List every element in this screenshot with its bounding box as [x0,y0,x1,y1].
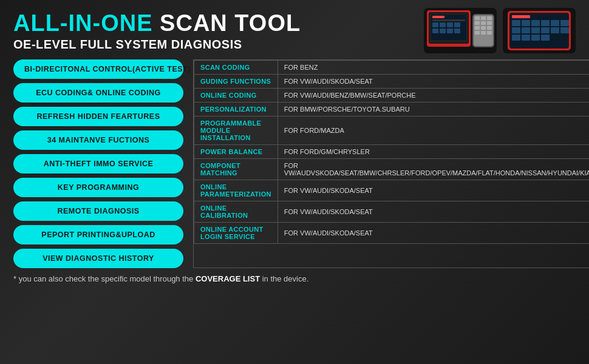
vehicle-compatibility: FOR VW/AUDI/SKODA/SEAT [277,180,589,201]
feature-button[interactable]: ECU CODING& ONLINE CODING [13,83,183,103]
feature-name: ONLINE ACCOUNT LOGIN SERVICE [194,223,278,244]
svg-rect-9 [447,22,453,27]
title-scan-tool: SCAN TOOL [153,10,301,36]
table-row: COMPONET MATCHINGFOR VW/AUDVSKODA/SEAT/B… [194,159,590,180]
device-images [424,8,576,53]
feature-button[interactable]: BI-DIRECITONAL CONTROL(ACTIVE TEST) [13,59,183,79]
svg-rect-48 [531,35,540,41]
svg-rect-41 [522,27,530,33]
table-row: SCAN CODINGFOR BENZ [194,61,590,75]
svg-rect-27 [481,31,486,35]
vehicle-compatibility: FOR VW/AUDI/BENZ/BMW/SEAT/PORCHE [277,89,589,103]
title-block: ALL-IN-ONE SCAN TOOL OE-LEVEL FULL SYSTE… [13,11,301,52]
footer-text: * you can also check the specific model … [13,274,196,283]
feature-table: SCAN CODINGFOR BENZGUDING FUNCTIONSFOR V… [193,59,589,268]
table-row: PROGRAMMABLE MODULE INSTALLATIONFOR FORD… [194,116,590,145]
left-buttons: BI-DIRECITONAL CONTROL(ACTIVE TEST)ECU C… [13,59,183,268]
svg-rect-7 [432,22,438,27]
feature-button[interactable]: KEY PROGRAMMING [13,178,183,197]
svg-rect-39 [560,20,569,26]
subtitle: OE-LEVEL FULL SYSTEM DIAGNOSIS [13,38,301,52]
table-row: GUDING FUNCTIONSFOR VW/AUDI/SKODA/SEAT [194,75,590,89]
vehicle-compatibility: FOR VW/AUDI/SKODA/SEAT [277,201,589,223]
svg-rect-25 [487,26,492,30]
feature-button[interactable]: 34 MAINTANVE FUCTIONS [13,130,183,150]
vehicle-compatibility: FOR VW/AUDVSKODA/SEAT/BMW/CHRSLER/FORD/O… [277,159,589,180]
svg-rect-34 [512,20,520,26]
svg-rect-12 [440,29,446,33]
table-row: ONLINE CALIBRATIONFOR VW/AUDI/SKODA/SEAT [194,201,590,223]
title-allinone: ALL-IN-ONE [13,10,153,36]
svg-rect-5 [432,16,444,18]
svg-rect-14 [454,29,460,33]
svg-rect-38 [551,20,559,26]
vehicle-compatibility: FOR FORD/GM/CHRYSLER [277,145,589,159]
svg-rect-22 [487,21,492,25]
vehicle-compatibility: FOR BENZ [277,61,589,75]
vehicle-compatibility: FOR VW/AUDI/SKODA/SEAT [277,75,589,89]
feature-name: COMPONET MATCHING [194,159,278,180]
svg-rect-49 [541,35,550,41]
svg-rect-21 [481,21,486,25]
svg-rect-6 [432,19,465,21]
table-row: PERSONALIZATIONFOR BMW/PORSCHE/TOYOTA.SU… [194,103,590,116]
vehicle-compatibility: FOR VW/AUDI/SKODA/SEAT [277,223,589,244]
svg-rect-13 [447,29,453,33]
feature-button[interactable]: REFRESH HIDDEN FEARTURES [13,107,183,126]
svg-rect-36 [531,20,540,26]
svg-rect-10 [454,22,460,27]
svg-rect-45 [560,27,569,33]
svg-rect-42 [531,27,540,33]
table-row: ONLINE ACCOUNT LOGIN SERVICEFOR VW/AUDI/… [194,223,590,244]
device-image-2 [503,8,576,53]
svg-rect-17 [475,16,480,20]
svg-rect-20 [475,21,480,25]
feature-name: ONLINE PARAMETERIZATION [194,180,278,201]
footer-text2: in the device. [260,274,308,283]
device-image-1 [424,8,497,53]
feature-name: PROGRAMMABLE MODULE INSTALLATION [194,116,278,145]
feature-name: ONLINE CALIBRATION [194,201,278,223]
vehicle-compatibility: FOR BMW/PORSCHE/TOYOTA.SUBARU [277,103,589,116]
header: ALL-IN-ONE SCAN TOOL OE-LEVEL FULL SYSTE… [13,11,576,53]
feature-button[interactable]: REMOTE DIAGNOSIS [13,201,183,221]
svg-rect-19 [487,16,492,20]
svg-rect-43 [541,27,550,33]
footer-note: * you can also check the specific model … [13,274,576,283]
svg-rect-35 [522,20,530,26]
svg-rect-28 [487,31,492,35]
svg-rect-47 [522,35,530,41]
svg-rect-33 [512,15,530,18]
main-content: BI-DIRECITONAL CONTROL(ACTIVE TEST)ECU C… [13,59,576,268]
feature-name: GUDING FUNCTIONS [194,75,278,89]
svg-rect-8 [440,22,446,27]
table-row: POWER BALANCEFOR FORD/GM/CHRYSLER [194,145,590,159]
feature-name: POWER BALANCE [194,145,278,159]
feature-name: ONLINE CODING [194,89,278,103]
feature-button[interactable]: PEPORT PRINTING&UPLOAD [13,225,183,244]
svg-rect-23 [475,26,480,30]
svg-rect-37 [541,20,550,26]
feature-button[interactable]: ANTI-THEFT IMMO SERVICE [13,154,183,174]
svg-rect-24 [481,26,486,30]
table-row: ONLINE PARAMETERIZATIONFOR VW/AUDI/SKODA… [194,180,590,201]
svg-rect-11 [432,29,438,33]
svg-rect-40 [512,27,520,33]
svg-rect-18 [481,16,486,20]
feature-name: PERSONALIZATION [194,103,278,116]
table-row: ONLINE CODINGFOR VW/AUDI/BENZ/BMW/SEAT/P… [194,89,590,103]
svg-rect-26 [475,31,480,35]
feature-name: SCAN CODING [194,61,278,75]
feature-button[interactable]: VIEW DIAGNOSTIC HISTORY [13,249,183,268]
svg-rect-46 [512,35,520,41]
vehicle-compatibility: FOR FORD/MAZDA [277,116,589,145]
main-title: ALL-IN-ONE SCAN TOOL [13,11,301,36]
svg-rect-44 [551,27,559,33]
footer-highlight: COVERAGE LIST [196,274,260,283]
